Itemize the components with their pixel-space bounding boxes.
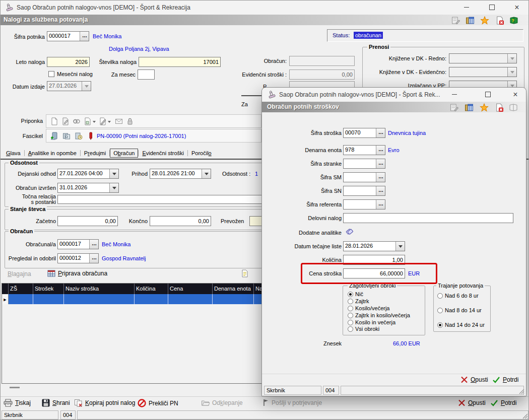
attachment-mail-icon[interactable]: [115, 117, 123, 125]
close-document-icon[interactable]: [495, 103, 504, 112]
splitter-grip[interactable]: [10, 387, 20, 388]
sifra-potnika-combo[interactable]: 0000017: [47, 31, 89, 41]
datum-izdaje-dropdown[interactable]: 27.01.2026: [47, 81, 91, 91]
dialog-resize-grip[interactable]: [518, 388, 524, 394]
grid-row-cell[interactable]: [33, 294, 64, 304]
fascikel-link[interactable]: PN-00090 (Potni nalog-2026-17001): [97, 133, 186, 139]
sifra-referenta-combo[interactable]: [343, 199, 385, 209]
trajanje-label-6-8[interactable]: Nad 6 do 8 ur: [445, 293, 479, 299]
leto-naloga-field[interactable]: 2026: [47, 57, 90, 67]
dialog-maximize-button[interactable]: [478, 88, 498, 101]
priprava-obracuna-button[interactable]: Priprava obračuna: [47, 269, 107, 277]
shrani-button[interactable]: Shrani: [42, 399, 70, 407]
dodatne-analitike-icon[interactable]: [345, 227, 353, 235]
tab-porocilo[interactable]: Poročilo: [188, 149, 215, 158]
trajanje-radio-14-24[interactable]: [437, 322, 443, 328]
close-button[interactable]: [505, 1, 528, 14]
denarna-enota-combo[interactable]: 978: [343, 145, 385, 155]
favorites-star-icon[interactable]: [480, 103, 489, 112]
close-document-icon[interactable]: [495, 16, 504, 25]
stevilka-naloga-field[interactable]: 17001: [139, 57, 221, 67]
grid-row-cell[interactable]: [9, 294, 33, 304]
tab-analitike[interactable]: Analitike in opombe: [25, 149, 80, 158]
cena-stroska-field[interactable]: 66,00000: [343, 268, 405, 278]
sifra-potnika-lookup-button[interactable]: [80, 32, 89, 41]
datum-tecajne-dropdown[interactable]: 28.01.2026: [343, 241, 405, 251]
sifra-stroska-lookup-button[interactable]: [376, 128, 385, 137]
attachment-sign-icon[interactable]: [99, 117, 107, 125]
obrok-label-kosilo-in-vecerja[interactable]: Kosilo in večerja: [355, 319, 395, 326]
sifra-stranke-combo[interactable]: [343, 159, 385, 169]
main-potrdi-button[interactable]: Potrdi: [490, 399, 516, 406]
fascikel-add-icon[interactable]: [50, 132, 58, 140]
edit-record-icon[interactable]: [450, 103, 459, 112]
fascikel-pin-icon[interactable]: [87, 132, 95, 140]
obrok-radio-zajtrk-kosilo[interactable]: [348, 313, 353, 318]
fascikel-link-icon[interactable]: [62, 132, 71, 140]
denarna-enota-lookup-button[interactable]: [376, 146, 385, 155]
obrok-label-kosilo-vecerja[interactable]: Kosilo/večerja: [355, 305, 389, 312]
grid-row-marker[interactable]: [2, 294, 9, 304]
za-mesec-field[interactable]: [138, 69, 155, 80]
dialog-close-button[interactable]: [505, 88, 526, 101]
sifra-potnika-value[interactable]: 0000017: [47, 32, 80, 41]
data-dictionary-icon[interactable]: [465, 103, 474, 112]
tab-predujmi[interactable]: Predujmi: [81, 149, 109, 158]
favorites-star-icon[interactable]: [480, 16, 489, 25]
tab-glava[interactable]: Glava: [3, 149, 24, 158]
grid-row-cell[interactable]: [213, 294, 254, 304]
data-dictionary-icon[interactable]: [466, 16, 475, 25]
preklici-pn-button[interactable]: Prekliči PN: [138, 399, 178, 407]
tab-evidencni[interactable]: Evidenčni stroški: [139, 149, 187, 158]
obracunal-lookup-button[interactable]: [89, 240, 98, 249]
kolicina-field[interactable]: 1,00: [343, 255, 405, 265]
obrok-label-nic[interactable]: Nič: [355, 291, 363, 298]
poslji-v-potrjevanje-button[interactable]: Pošlji v potrjevanje: [263, 399, 322, 406]
sifra-stroska-combo[interactable]: 00070: [343, 128, 385, 138]
prenosi-evidencno-dropdown[interactable]: [449, 67, 517, 77]
maximize-button[interactable]: [480, 1, 503, 14]
attachment-edit-icon[interactable]: [61, 117, 70, 125]
obrok-label-zajtrk[interactable]: Zajtrk: [355, 298, 369, 305]
minimize-button[interactable]: [455, 1, 478, 14]
help-book-icon[interactable]: ?: [509, 16, 518, 25]
obrok-radio-kosilo-in-vecerja[interactable]: [348, 320, 353, 325]
dialog-opusti-button[interactable]: Opusti: [460, 376, 488, 383]
obrok-radio-vsi[interactable]: [348, 326, 353, 332]
attachment-sign-caret[interactable]: [108, 121, 111, 124]
pregledal-combo[interactable]: 0000012: [57, 253, 99, 263]
sifra-sn-lookup-button[interactable]: [376, 186, 385, 195]
kopiraj-button[interactable]: Kopiraj potni nalog: [74, 399, 135, 407]
attachment-tag-caret[interactable]: [93, 121, 96, 124]
sifra-sm-lookup-button[interactable]: [376, 173, 385, 182]
obrok-label-zajtrk-kosilo[interactable]: Zajtrk in kosilo/večerja: [355, 312, 410, 319]
sifra-sm-combo[interactable]: [343, 172, 385, 182]
grid-row-cell[interactable]: [168, 294, 213, 304]
obracun-izvrsen-dropdown[interactable]: 31.01.2026: [57, 183, 119, 193]
dialog-potrdi-button[interactable]: Potrdi: [492, 376, 518, 383]
help-book-outline-icon[interactable]: [509, 103, 518, 112]
blagajna-button[interactable]: Blagajna: [8, 270, 31, 277]
sifra-sn-combo[interactable]: [343, 186, 385, 196]
tiskaj-button[interactable]: Tiskaj: [4, 399, 31, 407]
zacetno-field[interactable]: 0,00: [57, 216, 118, 226]
main-opusti-button[interactable]: Opusti: [458, 399, 486, 406]
obrok-radio-nic[interactable]: [348, 292, 353, 297]
koncno-field[interactable]: 0,00: [150, 216, 211, 226]
sifra-referenta-lookup-button[interactable]: [376, 200, 385, 209]
obracunal-combo[interactable]: 0000017: [57, 239, 99, 249]
pregledal-lookup-button[interactable]: [89, 254, 98, 263]
mesecni-nalog-checkbox[interactable]: [48, 71, 54, 77]
attachment-tag-icon[interactable]: [84, 117, 92, 125]
odklepanje-button[interactable]: Odklepanje: [201, 399, 243, 406]
obrok-label-vsi[interactable]: Vsi obroki: [355, 326, 379, 332]
grid-row-cell[interactable]: [64, 294, 135, 304]
attachment-lock-icon[interactable]: [126, 117, 134, 125]
dejanski-odhod-dropdown[interactable]: 27.01.2026 04:00: [57, 169, 119, 179]
trajanje-radio-6-8[interactable]: [437, 293, 443, 299]
sifra-stranke-lookup-button[interactable]: [376, 159, 385, 168]
prihod-dropdown[interactable]: 28.01.2026 21:00: [150, 169, 211, 179]
grid-row-cell[interactable]: [135, 294, 168, 304]
dialog-minimize-button[interactable]: [444, 88, 465, 101]
trajanje-label-8-14[interactable]: Nad 8 do 14 ur: [445, 307, 482, 314]
